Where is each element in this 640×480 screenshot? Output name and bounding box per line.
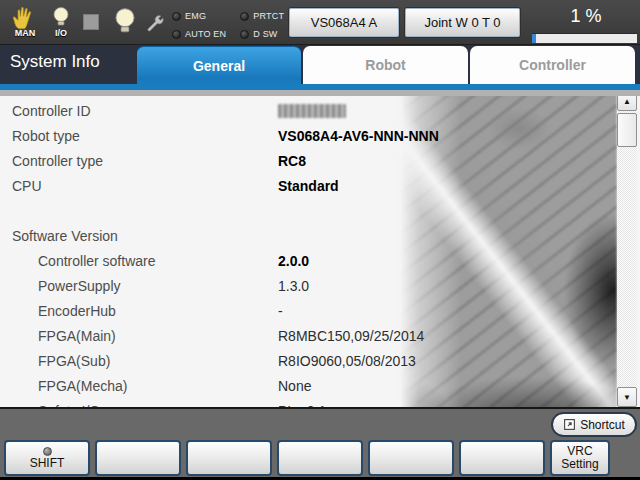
maintenance-indicator	[144, 8, 168, 38]
shortcut-launch-icon	[563, 418, 576, 431]
auto-en-label: AUTO EN	[185, 29, 226, 39]
auto-en-led-icon	[172, 30, 181, 39]
prtct-led-icon	[240, 12, 249, 21]
tab-general[interactable]: General	[137, 46, 301, 84]
bulb-icon	[114, 7, 136, 37]
tab-robot[interactable]: Robot	[303, 46, 468, 84]
function-key-5[interactable]	[368, 440, 454, 476]
info-label: Robot type	[12, 128, 80, 144]
emg-led-icon	[172, 12, 181, 21]
io-monitor-indicator: I/O	[48, 6, 74, 38]
auto-en-indicator: AUTO EN	[172, 27, 226, 41]
info-value: PLe 2.1	[278, 403, 326, 407]
emg-indicator: EMG	[172, 9, 226, 23]
tab-controller[interactable]: Controller	[470, 46, 635, 84]
info-row-software-version: Software Version	[0, 224, 612, 249]
teach-pendant-screen: MAN I/O EMG	[0, 0, 640, 480]
hand-icon	[12, 6, 38, 30]
info-value: 1.3.0	[278, 278, 309, 294]
info-label: EncoderHub	[38, 303, 116, 319]
info-value: -	[278, 303, 283, 319]
info-value: VS068A4-AV6-NNN-NNN	[278, 128, 439, 144]
info-label: Software Version	[12, 228, 118, 244]
info-row-fpga-mecha: FPGA(Mecha) None	[0, 374, 612, 399]
info-label: Controller type	[12, 153, 103, 169]
scroll-up-button[interactable]: ▲	[617, 96, 637, 111]
info-label: FPGA(Mecha)	[38, 378, 127, 394]
info-row-fpga-main: FPGA(Main) R8MBC150,09/25/2014	[0, 324, 612, 349]
function-key-vrc-setting[interactable]: VRC Setting	[550, 440, 610, 476]
wrench-icon	[145, 8, 167, 38]
emg-label: EMG	[185, 11, 206, 21]
info-value: R8IO9060,05/08/2013	[278, 353, 416, 369]
scroll-up-icon: ▲	[623, 97, 631, 106]
info-row-encoderhub: EncoderHub -	[0, 299, 612, 324]
shift-key-label: SHIFT	[30, 457, 65, 470]
info-row-controller-software: Controller software 2.0.0	[0, 249, 612, 274]
vertical-scrollbar[interactable]: ▲ ▼	[617, 96, 637, 407]
page-title: System Info	[10, 52, 100, 72]
speed-progress-bar	[532, 33, 637, 43]
info-row-robot-type: Robot type VS068A4-AV6-NNN-NNN	[0, 124, 612, 149]
robot-select-button[interactable]: VS068A4 A	[288, 7, 400, 38]
row-spacer	[0, 199, 612, 224]
function-key-shift[interactable]: SHIFT	[4, 440, 90, 476]
info-row-controller-id: Controller ID	[0, 99, 612, 124]
scroll-down-icon: ▼	[623, 393, 631, 402]
man-icon-label: MAN	[15, 29, 36, 38]
function-key-6[interactable]	[459, 440, 545, 476]
shortcut-label: Shortcut	[580, 418, 625, 432]
speed-percentage: 1 %	[536, 6, 636, 27]
d-sw-led-icon	[240, 30, 249, 39]
info-value: None	[278, 378, 311, 394]
speed-progress-fill	[532, 34, 536, 43]
info-value: 2.0.0	[278, 253, 309, 269]
info-label: FPGA(Main)	[38, 328, 116, 344]
function-key-4[interactable]	[277, 440, 363, 476]
scrollbar-thumb[interactable]	[617, 113, 637, 147]
shortcut-button[interactable]: Shortcut	[551, 412, 637, 437]
vrc-setting-label: VRC Setting	[554, 445, 606, 471]
info-label: PowerSupply	[38, 278, 121, 294]
function-key-row: SHIFT VRC Setting	[0, 440, 640, 477]
info-value: R8MBC150,09/25/2014	[278, 328, 424, 344]
status-indicator-cluster: EMG AUTO EN PRTCT D SW	[172, 9, 284, 41]
lamp-status-indicator	[112, 7, 138, 37]
info-label: Safety I/O	[38, 403, 100, 407]
info-value: Standard	[278, 178, 339, 194]
info-row-controller-type: Controller type RC8	[0, 149, 612, 174]
stop-status-icon	[83, 14, 99, 30]
prtct-label: PRTCT	[253, 11, 284, 21]
d-sw-label: D SW	[253, 29, 277, 39]
info-label: Controller software	[38, 253, 156, 269]
info-label: FPGA(Sub)	[38, 353, 110, 369]
footer-bar: Shortcut SHIFT VRC Setting	[0, 409, 640, 477]
info-value: RC8	[278, 153, 306, 169]
scroll-down-button[interactable]: ▼	[617, 387, 637, 407]
info-row-fpga-sub: FPGA(Sub) R8IO9060,05/08/2013	[0, 349, 612, 374]
system-info-panel: Controller ID Robot type VS068A4-AV6-NNN…	[0, 96, 640, 407]
info-row-safety-io: Safety I/O PLe 2.1	[0, 399, 612, 407]
io-icon-label: I/O	[55, 29, 67, 38]
info-label: CPU	[12, 178, 42, 194]
info-row-powersupply: PowerSupply 1.3.0	[0, 274, 612, 299]
d-sw-indicator: D SW	[240, 27, 284, 41]
info-row-cpu: CPU Standard	[0, 174, 612, 199]
info-label: Controller ID	[12, 103, 91, 119]
function-key-3[interactable]	[186, 440, 272, 476]
info-rows: Controller ID Robot type VS068A4-AV6-NNN…	[0, 99, 612, 407]
function-key-2[interactable]	[95, 440, 181, 476]
top-toolbar: MAN I/O EMG	[0, 0, 640, 45]
io-bulb-icon	[52, 6, 70, 30]
manual-mode-indicator: MAN	[8, 6, 42, 38]
shift-led-icon	[43, 447, 52, 456]
redacted-value	[278, 104, 346, 118]
coordinate-mode-button[interactable]: Joint W 0 T 0	[404, 7, 521, 38]
prtct-indicator: PRTCT	[240, 9, 284, 23]
